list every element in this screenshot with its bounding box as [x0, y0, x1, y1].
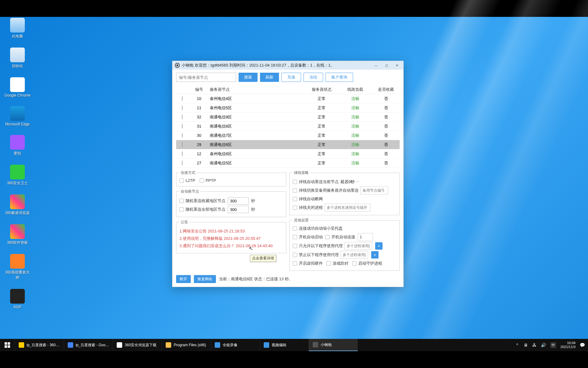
- monitor-icon[interactable]: 🖥: [524, 343, 528, 347]
- random-all-checkbox[interactable]: 随机重连全部地区节点: [179, 207, 225, 212]
- table-row[interactable]: 27南通电信5区 正常流畅否: [176, 159, 400, 168]
- window-title: 小钢炮 欢迎您：tgdfd4565 到期时间：2021-11-04 16:03:…: [182, 63, 334, 68]
- titlebar[interactable]: 小钢炮 欢迎您：tgdfd4565 到期时间：2021-11-04 16:03:…: [172, 61, 403, 70]
- search-input[interactable]: [176, 73, 236, 82]
- pptp-option[interactable]: PPTP: [200, 178, 216, 183]
- autoconnect-value[interactable]: [358, 233, 373, 241]
- allow-only-checkbox[interactable]: 只允许以下程序使用代理: [293, 243, 343, 249]
- desktop-icon[interactable]: 360极速浏览器: [4, 194, 31, 216]
- l2tp-option[interactable]: L2TP: [179, 178, 195, 183]
- autoconnect-checkbox[interactable]: 开机自动连接: [325, 234, 355, 240]
- random-fav-checkbox[interactable]: 随机重连收藏地区节点: [179, 198, 225, 204]
- disconnect-button[interactable]: 断开: [176, 275, 191, 283]
- notice-group: 公告 1.网络安全公告 2021-08-25 21:18:53 2.使用说明，完…: [176, 220, 286, 253]
- other-settings-group: 其他设置 连接成功自动缩小至托盘 开机自动启动 开机自动连接 只允许以下程序使用…: [289, 218, 400, 271]
- taskbar-item[interactable]: 360安全浏览器下载: [113, 339, 162, 351]
- server-table: 编号 服务器节点 服务器状态 线路负载 是否收藏 10泰州电信4区 正常流畅否 …: [176, 85, 400, 168]
- backup-node-input[interactable]: [360, 186, 388, 194]
- app-icon: [175, 63, 180, 68]
- desktop-icon[interactable]: 360系统重装大师: [4, 254, 31, 280]
- notifications-icon[interactable]: 💬: [580, 343, 585, 347]
- auto-disconnect-checkbox[interactable]: 掉线自动断网: [293, 196, 323, 202]
- taskbar[interactable]: ip_百度搜索 - 360…ip_百度搜索 - Goo…360安全浏览器下载Pr…: [0, 339, 588, 351]
- desktop-icon[interactable]: 此电脑: [4, 18, 31, 39]
- switch-backup-checkbox[interactable]: 掉线切换至备用服务器并自动重连: [293, 188, 359, 193]
- desktop-icon[interactable]: 爱拍: [4, 135, 31, 156]
- minimize-button[interactable]: —: [371, 62, 381, 69]
- taskbar-item[interactable]: 视频编辑: [260, 339, 309, 351]
- desktop-icon[interactable]: 360软件管家: [4, 224, 31, 245]
- maximize-button[interactable]: ◻: [381, 62, 392, 69]
- window-footer: 断开 恢复网络 当前：南通电信6区 状态：已连接 13 秒。: [176, 275, 400, 283]
- table-row[interactable]: 30南通电信7区 正常流畅否: [176, 131, 400, 140]
- table-row[interactable]: 11泰州电信5区 正常流畅否: [176, 103, 400, 113]
- allow-only-input[interactable]: [345, 242, 372, 250]
- close-button[interactable]: ✕: [392, 62, 402, 69]
- table-row[interactable]: 31南通电信8区 正常流畅否: [176, 122, 400, 131]
- auto-switch-group: 自动换节点 随机重连收藏地区节点 秒 随机重连全部地区节点 秒: [176, 189, 286, 217]
- deny-input[interactable]: [341, 251, 368, 259]
- search-button[interactable]: 搜索: [239, 73, 258, 82]
- desktop-icons: 此电脑回收站Google ChromeMicrosoft Edge爱拍360安全…: [4, 18, 31, 318]
- table-header: 编号 服务器节点 服务器状态 线路负载 是否收藏: [176, 85, 400, 94]
- freeze-button[interactable]: 冻结: [303, 73, 323, 82]
- app-window: 小钢炮 欢迎您：tgdfd4565 到期时间：2021-11-04 16:03:…: [172, 61, 404, 287]
- account-query-button[interactable]: 账户查询: [326, 73, 353, 82]
- auto-reconnect-checkbox[interactable]: 掉线自动重连当前节点: [293, 179, 339, 185]
- notice-link[interactable]: 2.使用说明，完整解释版 2021-08-25 20:55:47: [179, 236, 283, 241]
- notice-link[interactable]: 1.网络安全公告 2021-08-25 21:18:53: [179, 228, 283, 234]
- connection-mode-group: 连接方式 L2TP PPTP: [176, 170, 286, 186]
- all-interval-input[interactable]: [228, 206, 249, 213]
- notice-tooltip: 点击查看详情: [250, 255, 276, 262]
- clock[interactable]: 16:04 2021/11/3: [560, 341, 575, 349]
- desktop-icon[interactable]: 360安全卫士: [4, 165, 31, 186]
- virtual-hw-checkbox[interactable]: 开启虚拟硬件: [293, 261, 323, 266]
- desktop-icon[interactable]: Microsoft Edge: [4, 106, 31, 126]
- close-process-input[interactable]: [325, 204, 371, 212]
- drop-policy-group: 掉线策略 掉线自动重连当前节点 延迟0秒﹀ 掉线切换至备用服务器并自动重连 掉线…: [289, 170, 400, 215]
- notice-link[interactable]: 3.遇到了问题我们应该怎么办？ 2021-09-28 14:43:40: [179, 243, 283, 249]
- refresh-button[interactable]: 刷新: [260, 73, 279, 82]
- desktop-icon[interactable]: Google Chrome: [4, 77, 31, 98]
- allow-add-button[interactable]: +: [375, 242, 383, 250]
- tray-checkbox[interactable]: 连接成功自动缩小至托盘: [293, 226, 343, 231]
- taskbar-item[interactable]: ip_百度搜索 - 360…: [15, 339, 64, 351]
- table-row[interactable]: 10泰州电信4区 正常流畅否: [176, 94, 400, 103]
- fav-interval-input[interactable]: [228, 197, 249, 205]
- table-row[interactable]: 29南通电信6区 正常流畅否: [176, 140, 400, 149]
- volume-icon[interactable]: 🔊: [541, 343, 546, 347]
- desktop-icon[interactable]: XGP: [4, 289, 31, 309]
- taskbar-item[interactable]: Program Files (x86): [162, 339, 211, 351]
- deny-checkbox[interactable]: 禁止以下程序使用代理: [293, 252, 339, 258]
- toolbar: 搜索 刷新 充值 冻结 账户查询: [172, 70, 403, 85]
- desktop-icon[interactable]: 回收站: [4, 48, 31, 69]
- taskbar-item[interactable]: ip_百度搜索 - Goo…: [64, 339, 113, 351]
- connection-status-text: 当前：南通电信6区 状态：已连接 13 秒。: [219, 276, 293, 282]
- game-protect-checkbox[interactable]: 游戏防封: [326, 261, 349, 266]
- autostart-checkbox[interactable]: 开机自动启动: [293, 234, 323, 240]
- ime-indicator[interactable]: 中: [550, 342, 556, 348]
- taskbar-item[interactable]: 小钢炮: [309, 339, 358, 351]
- system-tray[interactable]: ＾ 🖥 🖧 🔊 中 16:04 2021/11/3 💬: [512, 339, 588, 351]
- table-row[interactable]: 32南通电信9区 正常流畅否: [176, 113, 400, 122]
- recharge-button[interactable]: 充值: [281, 73, 301, 82]
- start-button[interactable]: [0, 339, 15, 351]
- deny-add-button[interactable]: +: [371, 251, 379, 259]
- tray-chevron-icon[interactable]: ＾: [515, 342, 519, 348]
- table-row[interactable]: 12泰州电信6区 正常流畅否: [176, 149, 400, 159]
- taskbar-item[interactable]: 全能录像: [211, 339, 260, 351]
- network-icon[interactable]: 🖧: [532, 343, 537, 347]
- guard-process-checkbox[interactable]: 启动守护进程: [352, 261, 382, 266]
- close-process-checkbox[interactable]: 掉线关闭进程: [293, 205, 323, 210]
- latency-select[interactable]: 延迟0秒﹀: [341, 179, 360, 185]
- restore-network-button[interactable]: 恢复网络: [194, 275, 216, 283]
